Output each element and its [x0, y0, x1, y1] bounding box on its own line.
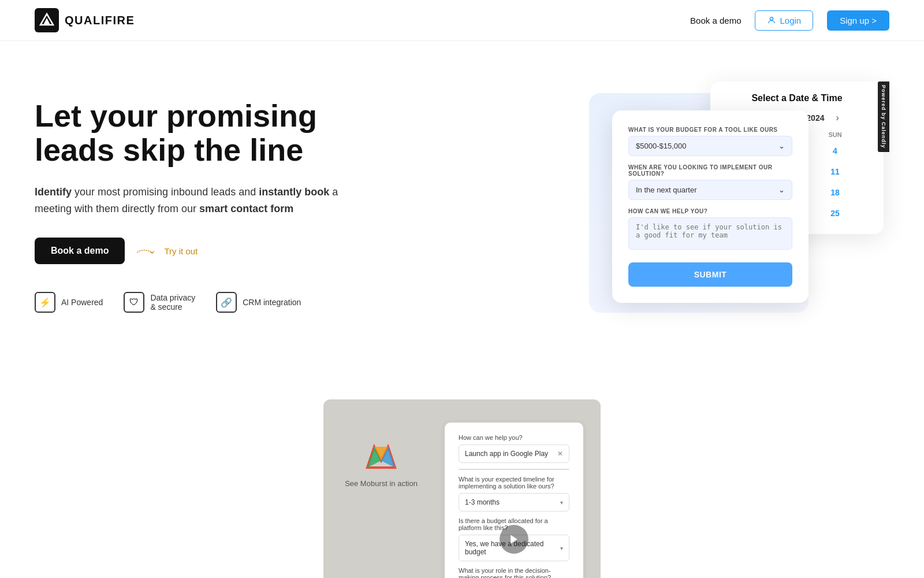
logo: QUALIFIRE — [35, 8, 135, 32]
subtitle-identify: Identify — [35, 186, 72, 198]
login-label: Login — [780, 16, 801, 25]
hero-book-demo-button[interactable]: Book a demo — [35, 238, 125, 264]
cal-cell-11[interactable]: 11 — [824, 162, 847, 181]
feature-privacy-label: Data privacy& secure — [150, 293, 195, 312]
cal-cell-25[interactable]: 25 — [824, 204, 847, 223]
subtitle-smart-form: smart contact form — [199, 203, 293, 214]
svg-point-0 — [770, 17, 773, 20]
help-field: HOW CAN WE HELP YOU? — [628, 208, 792, 252]
submit-button[interactable]: SUBMIT — [628, 262, 792, 287]
features-list: ⚡ AI Powered 🛡 Data privacy& secure 🔗 CR… — [35, 292, 346, 313]
video-brand-name: See Moburst in action — [345, 479, 418, 488]
video-brand: See Moburst in action — [341, 423, 422, 488]
cal-header-sun: SUN — [824, 131, 847, 138]
nav-book-demo[interactable]: Book a demo — [690, 16, 741, 25]
vf-help-field[interactable]: Launch app in Google Play ✕ — [459, 444, 569, 463]
contact-form-card: WHAT IS YOUR BUDGET FOR A TOOL LIKE OURS… — [612, 110, 808, 303]
help-textarea[interactable] — [628, 217, 792, 250]
budget-label: WHAT IS YOUR BUDGET FOR A TOOL LIKE OURS — [628, 127, 792, 133]
calendar-title: Select a Date & Time — [721, 93, 873, 103]
timeline-label: WHEN ARE YOU LOOKING TO IMPLEMENT OUR SO… — [628, 164, 792, 177]
timeline-chevron-icon: ⌄ — [778, 186, 785, 194]
video-form: How can we help you? Launch app in Googl… — [445, 423, 583, 578]
hero-mockup: Select a Date & Time ‹ February 2024 › S… — [589, 76, 889, 365]
cal-cell-4[interactable]: 4 — [824, 142, 847, 160]
vf-timeline-select[interactable]: 1-3 months ▾ — [459, 493, 569, 512]
calendar-next-button[interactable]: › — [836, 113, 839, 123]
vf-role-label: What is your role in the decision-making… — [459, 567, 569, 578]
subtitle-mid: your most promising inbound leads and — [74, 186, 259, 198]
vf-clear-icon[interactable]: ✕ — [557, 450, 563, 458]
arrow-icon — [136, 246, 159, 255]
vf-timeline-value: 1-3 months — [465, 498, 500, 506]
try-it-out-label: Try it out — [164, 246, 198, 256]
vf-help-value: Launch app in Google Play — [465, 450, 548, 458]
play-icon — [508, 533, 520, 545]
moburst-logo — [365, 440, 397, 472]
hero-section: Let your promising leads skip the line I… — [0, 41, 924, 399]
timeline-value: In the next quarter — [636, 186, 697, 194]
budget-field: WHAT IS YOUR BUDGET FOR A TOOL LIKE OURS… — [628, 127, 792, 156]
timeline-field: WHEN ARE YOU LOOKING TO IMPLEMENT OUR SO… — [628, 164, 792, 200]
logo-icon — [35, 8, 59, 32]
privacy-icon: 🛡 — [124, 292, 144, 313]
vf-divider — [459, 469, 569, 470]
video-section: See Moburst in action How can we help yo… — [323, 399, 601, 578]
hero-title: Let your promising leads skip the line — [35, 99, 346, 168]
feature-crm-label: CRM integration — [243, 298, 301, 307]
user-icon — [767, 16, 776, 25]
vf-timeline-label: What is your expected timeline for imple… — [459, 476, 569, 490]
timeline-select[interactable]: In the next quarter ⌄ — [628, 180, 792, 200]
play-button[interactable] — [500, 525, 528, 554]
calendly-badge: Powered by Calendly — [878, 81, 889, 152]
logo-text: QUALIFIRE — [65, 14, 135, 27]
subtitle-instantly-book: instantly book — [259, 186, 329, 198]
svg-marker-5 — [511, 535, 517, 544]
budget-value: $5000-$15,000 — [636, 142, 686, 150]
crm-icon: 🔗 — [216, 292, 237, 313]
cal-cell-18[interactable]: 18 — [824, 183, 847, 202]
signup-button[interactable]: Sign up > — [827, 10, 889, 31]
feature-privacy: 🛡 Data privacy& secure — [124, 292, 195, 313]
budget-chevron-icon: ⌄ — [778, 142, 785, 150]
video-inner: See Moburst in action How can we help yo… — [341, 423, 583, 578]
budget-select[interactable]: $5000-$15,000 ⌄ — [628, 136, 792, 156]
vf-help-label: How can we help you? — [459, 434, 569, 441]
vf-budget-chevron-icon: ▾ — [560, 545, 563, 551]
help-label: HOW CAN WE HELP YOU? — [628, 208, 792, 214]
feature-ai-label: AI Powered — [61, 298, 103, 307]
hero-left: Let your promising leads skip the line I… — [35, 81, 346, 313]
nav-actions: Book a demo Login Sign up > — [690, 10, 889, 31]
login-button[interactable]: Login — [755, 10, 813, 31]
try-it-out-link[interactable]: Try it out — [136, 246, 198, 256]
feature-ai: ⚡ AI Powered — [35, 292, 103, 313]
vf-timeline-chevron-icon: ▾ — [560, 499, 563, 506]
hero-subtitle: Identify your most promising inbound lea… — [35, 184, 346, 217]
hero-cta: Book a demo Try it out — [35, 238, 346, 264]
feature-crm: 🔗 CRM integration — [216, 292, 301, 313]
navbar: QUALIFIRE Book a demo Login Sign up > — [0, 0, 924, 41]
ai-icon: ⚡ — [35, 292, 55, 313]
video-section-wrapper: See Moburst in action How can we help yo… — [0, 399, 924, 578]
